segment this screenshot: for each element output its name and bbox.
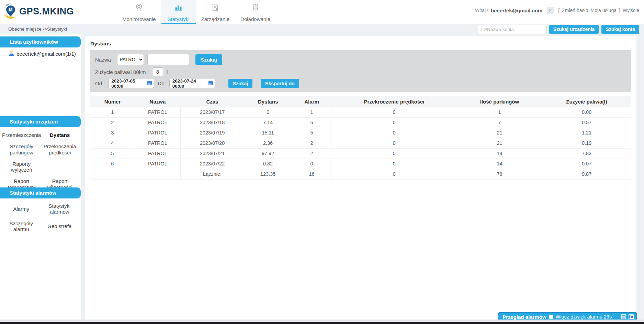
logout-link[interactable]: Wyjście <box>623 8 639 13</box>
table-cell: 7 <box>457 117 542 128</box>
table-cell: 14 <box>457 159 542 169</box>
table-cell: 2023/07/19 <box>181 128 244 138</box>
main-content: Dystans Nazwa : PATRO Szukaj Zużycie pal… <box>85 36 636 320</box>
table-cell: 0.19 <box>542 138 631 148</box>
sidebar: Lista użytkowników beeertek@gmail.com(1/… <box>0 34 81 320</box>
table-cell: 4 <box>90 138 135 148</box>
sidebar-item-przekroczenia-predkosci[interactable]: Przekroczenia prędkości <box>41 143 79 155</box>
table-cell: 2 <box>292 138 331 148</box>
column-header: Numer <box>90 96 135 107</box>
user-icon <box>9 50 14 57</box>
table-cell: 15.11 <box>244 128 292 138</box>
brand-logo[interactable]: M GPS.MKING <box>3 3 74 20</box>
gps-pin-logo-icon: M <box>3 3 18 20</box>
table-cell: 1 <box>90 107 135 117</box>
webcam-icon <box>134 3 144 13</box>
table-cell: PATROL <box>135 138 181 148</box>
table-row: 4PATROL2023/07/202.3620210.19 <box>90 138 631 148</box>
table-cell: 7.14 <box>244 117 292 128</box>
sidebar-item-statystyki-alarmow[interactable]: Statystyki alarmów <box>41 203 79 215</box>
table-cell: 3 <box>90 128 135 138</box>
account-search: Szukaj urządzenia Szukaj konta <box>478 24 639 34</box>
user-email: beeertek@gmail.com <box>491 8 543 13</box>
table-cell: 2023/07/18 <box>181 117 244 128</box>
search-account-button[interactable]: Szukaj konta <box>601 25 639 34</box>
table-cell: Łącznie: <box>181 169 244 179</box>
table-cell: 6 <box>292 117 331 128</box>
filter-panel: Nazwa : PATRO Szukaj Zużycie paliwa/100k… <box>90 50 631 92</box>
sidebar-item-szczegoly-alarmu[interactable]: Szczegóły alarmu <box>2 220 41 233</box>
name-search-button[interactable]: Szukaj <box>195 54 222 65</box>
tab-label: Monitorowanie <box>122 16 156 22</box>
user-bar: Witaj ! beeertek@gmail.com 2 [ Zmień has… <box>475 0 639 21</box>
name-select[interactable]: PATRO <box>117 54 144 65</box>
table-cell: 2 <box>90 117 135 128</box>
sidebar-user-item[interactable]: beeertek@gmail.com(1/1) <box>9 50 76 57</box>
sidebar-item-geo-strefa[interactable]: Geo strefa <box>41 223 79 229</box>
tab-doladowanie[interactable]: Doładowanie <box>235 0 276 24</box>
table-cell: 0 <box>331 148 457 159</box>
column-header: Alarm <box>292 96 331 107</box>
tab-label: Doładowanie <box>240 16 270 22</box>
table-cell: 97.92 <box>244 148 292 159</box>
table-cell: PATROL <box>135 159 181 169</box>
tab-label: Zarządzanie <box>201 16 230 22</box>
tab-statystyki[interactable]: Statystyki <box>161 0 196 24</box>
table-cell: 2023/07/21 <box>181 148 244 159</box>
restore-icon[interactable] <box>629 314 634 319</box>
alarm-stats-section-header: Statystyki alarmów <box>0 187 81 198</box>
search-device-button[interactable]: Szukaj urządzenia <box>549 25 599 34</box>
minimize-icon[interactable] <box>621 314 626 319</box>
column-header: Zużycie paliwa(l) <box>542 96 631 107</box>
sidebar-item-alarmy[interactable]: Alarmy <box>2 206 41 212</box>
message-count-badge[interactable]: 2 <box>547 7 554 14</box>
sidebar-item-szczegoly-parkingow[interactable]: Szczegóły parkingów <box>2 143 41 155</box>
alarm-sound-checkbox[interactable] <box>549 315 553 319</box>
from-date-input[interactable]: 2023-07-05 00:00 <box>108 79 154 88</box>
calendar-icon[interactable] <box>147 80 152 87</box>
table-cell: PATROL <box>135 128 181 138</box>
tab-zarzadzanie[interactable]: Zarządzanie <box>196 0 235 24</box>
fuel-unit-label: l <box>167 69 168 75</box>
page-title: Dystans <box>90 41 636 47</box>
table-row: 3PATROL2023/07/1915.1150211.21 <box>90 128 631 138</box>
date-search-button[interactable]: Szukaj <box>228 79 252 88</box>
sidebar-item-dystans[interactable]: Dystans <box>41 132 79 138</box>
calendar-icon[interactable] <box>208 80 213 87</box>
table-cell <box>135 169 181 179</box>
sidebar-item-przemieszczenia[interactable]: Przemieszczenia <box>2 132 41 138</box>
table-cell: 6 <box>90 159 135 169</box>
bracket-open: [ <box>558 8 560 13</box>
fuel-consumption-input[interactable] <box>152 67 163 76</box>
table-cell: 7.83 <box>542 148 631 159</box>
export-button[interactable]: Eksportuj do <box>261 79 299 88</box>
bottom-dark-strip <box>0 322 644 324</box>
table-cell: 1 <box>457 107 542 117</box>
column-header: Przekroczenie prędkości <box>331 96 457 107</box>
column-header: Ilość parkingów <box>457 96 542 107</box>
to-date-input[interactable]: 2023-07-24 00:00 <box>169 79 215 88</box>
name-search-input[interactable] <box>147 54 189 65</box>
from-label: Od : <box>95 80 105 86</box>
alarm-bar-title: Przeglad alarmów <box>502 314 546 320</box>
table-cell: 2.36 <box>244 138 292 148</box>
table-total-row: Łącznie:123.35160789.87 <box>90 169 631 179</box>
my-service-link[interactable]: Moja usługa <box>591 8 617 13</box>
to-label: Do: <box>158 80 166 86</box>
table-cell: 0 <box>331 128 457 138</box>
coins-icon <box>251 3 260 13</box>
from-date-value: 2023-07-05 00:00 <box>111 78 147 89</box>
table-cell: PATROL <box>135 117 181 128</box>
table-cell: 2 <box>292 148 331 159</box>
table-cell: 2023/07/20 <box>181 138 244 148</box>
sidebar-item-raporty-wylaczen[interactable]: Raporty wyłączeń <box>2 161 41 173</box>
table-cell: 123.35 <box>244 169 292 179</box>
tab-monitorowanie[interactable]: Monitorowanie <box>117 0 161 24</box>
sidebar-user-label: beeertek@gmail.com(1/1) <box>16 51 76 57</box>
distance-report-table: NumerNazwaCzasDystansAlarmPrzekroczenie … <box>90 96 631 180</box>
table-cell: 78 <box>457 169 542 179</box>
change-password-link[interactable]: Zmień hasło <box>562 8 588 13</box>
tab-label: Statystyki <box>167 16 189 22</box>
account-search-input[interactable] <box>478 25 546 34</box>
column-header: Czas <box>181 96 244 107</box>
